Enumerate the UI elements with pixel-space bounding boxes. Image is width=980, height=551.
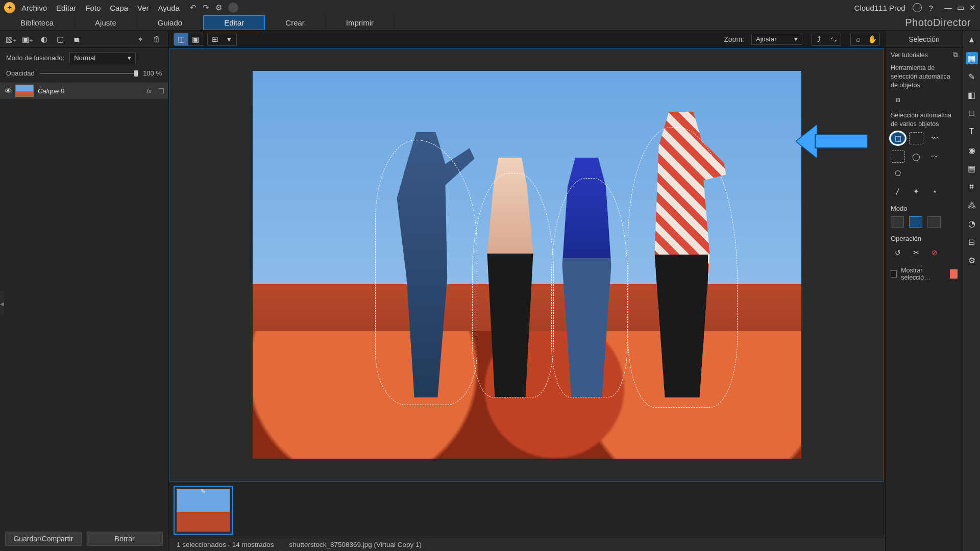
blend-mode-label: Modo de fusionado: (6, 54, 64, 62)
menu-capa[interactable]: Capa (110, 4, 128, 12)
layer-row[interactable]: 👁 Calque 0 fx (0, 82, 168, 99)
show-selection-checkbox[interactable] (891, 270, 897, 278)
window-close-icon[interactable]: ✕ (969, 3, 976, 12)
shape-tool-icon[interactable]: □ (966, 107, 978, 119)
undo-icon[interactable]: ↶ (190, 3, 197, 12)
layer-lock-icon[interactable] (159, 88, 164, 93)
selection-tool-icon[interactable]: ▦ (966, 52, 978, 64)
grid-toggle-icon[interactable]: ⊞ (208, 33, 222, 45)
eraser-tool-icon[interactable]: ◧ (966, 89, 978, 101)
add-layer-icon[interactable]: ▧₊ (4, 33, 18, 45)
mode-tab-guiado[interactable]: Guiado (137, 15, 203, 30)
polygon-select-icon[interactable]: ⬠ (891, 167, 905, 179)
view-single-icon[interactable]: ◫ (174, 33, 188, 45)
pen-tool-icon[interactable]: ✎ (966, 70, 978, 83)
brush-select-icon[interactable]: 〳 (891, 185, 905, 197)
mask-icon[interactable]: ▢ (53, 33, 67, 45)
zoom-tool-icon[interactable]: ⌕ (851, 33, 865, 45)
mode-subtract-icon[interactable] (927, 216, 941, 228)
adjustment-layer-icon[interactable]: ◐ (37, 33, 51, 45)
fill-tool-icon[interactable]: ◉ (966, 144, 978, 156)
mode-tab-ajuste[interactable]: Ajuste (75, 15, 137, 30)
menu-foto[interactable]: Foto (85, 4, 101, 12)
mode-new-icon[interactable] (891, 216, 904, 228)
title-bar: ✦ Archivo Editar Foto Capa Ver Ayuda ↶ ↷… (0, 0, 980, 15)
brand-label: PhotoDirector (905, 15, 980, 30)
edited-badge-icon: ✎ (201, 488, 206, 495)
delete-button[interactable]: Borrar (87, 532, 163, 546)
canvas-area: ◫ ▣ ⊞ ▾ Zoom: Ajustar ▾ ⤴ ⇋ ⌕ ✋ (168, 31, 885, 551)
invert-selection-icon[interactable]: ↺ (891, 246, 905, 259)
layer-fx-label[interactable]: fx (146, 87, 152, 95)
flip-view-icon[interactable]: ⇋ (826, 33, 841, 45)
cut-selection-icon[interactable]: ✂ (909, 246, 923, 259)
main-menu: Archivo Editar Foto Capa Ver Ayuda (21, 4, 180, 12)
text-tool-icon[interactable]: T (966, 126, 978, 138)
layer-menu-icon[interactable]: ≣ (69, 33, 84, 45)
pointer-tool-icon[interactable]: ▲ (966, 34, 978, 46)
hand-tool-icon[interactable]: ✋ (865, 33, 879, 45)
layers-panel: ▧₊ ▣₊ ◐ ▢ ≣ ⌖ 🗑 Modo de fusionado: Norma… (0, 31, 168, 551)
title-quick-tools: ↶ ↷ ⚙ (190, 3, 238, 13)
app-logo: ✦ (4, 2, 15, 13)
menu-editar[interactable]: Editar (56, 4, 76, 12)
mode-add-icon[interactable] (909, 216, 922, 228)
smart-brush-icon[interactable]: ✦ (909, 185, 923, 197)
zoom-select[interactable]: Ajustar ▾ (751, 34, 802, 45)
gradient-tool-icon[interactable]: ▤ (966, 162, 978, 174)
tool-rail: ▲ ▦ ✎ ◧ □ T ◉ ▤ ⌗ ⁂ ◔ ⊟ ⚙ (963, 31, 980, 551)
ellipse-select-icon[interactable]: ◯ (909, 151, 923, 163)
delete-layer-icon[interactable]: 🗑 (150, 33, 164, 45)
account-name[interactable]: Cloud111 Prod (854, 4, 905, 12)
mode-tab-imprimir[interactable]: Imprimir (326, 15, 395, 30)
panel-collapse-grip[interactable]: ◀ (0, 291, 4, 316)
selection-color-swatch[interactable] (950, 269, 958, 279)
notification-icon[interactable] (228, 3, 238, 13)
opacity-slider[interactable] (40, 73, 138, 74)
mode-tab-crear[interactable]: Crear (265, 15, 326, 30)
status-filename: shutterstock_87508369.jpg (Virtual Copy … (289, 541, 422, 548)
help-icon[interactable]: ? (929, 4, 933, 12)
auto-object-tool-icon[interactable]: ⧈ (891, 94, 905, 106)
visibility-toggle-icon[interactable]: 👁 (4, 87, 11, 95)
history-tool-icon[interactable]: ◔ (966, 217, 978, 230)
add-image-layer-icon[interactable]: ▣₊ (20, 33, 35, 45)
layer-name: Calque 0 (38, 87, 64, 95)
canvas-viewport[interactable] (169, 48, 884, 482)
mode-tab-editar[interactable]: Editar (203, 15, 265, 30)
ruler-tool-icon[interactable]: ⊟ (966, 236, 978, 248)
magic-wand-icon[interactable]: ⋆ (927, 185, 942, 197)
gear-icon[interactable]: ⚙ (215, 3, 222, 12)
mode-section-label: Modo (886, 201, 963, 213)
filmstrip-thumbnail[interactable]: ✎ (174, 486, 233, 535)
show-selection-label: Mostrar selecció… (901, 267, 946, 281)
crop-tool-icon[interactable]: ⌗ (966, 181, 978, 193)
grid-options-icon[interactable]: ▾ (222, 33, 236, 45)
blend-mode-select[interactable]: Normal ▾ (69, 52, 136, 63)
filter-layers-icon[interactable]: ⌖ (133, 33, 148, 45)
save-share-button[interactable]: Guardar/Compartir (5, 532, 82, 546)
menu-archivo[interactable]: Archivo (21, 4, 47, 12)
status-bar: 1 seleccionados - 14 mostrados shutterst… (168, 538, 885, 551)
auto-multi-select-icon[interactable]: ◫ (891, 132, 905, 144)
mode-tab-biblioteca[interactable]: Biblioteca (0, 15, 75, 30)
marquee-add-icon[interactable] (909, 132, 923, 144)
window-minimize-icon[interactable]: — (944, 3, 952, 12)
popout-icon[interactable]: ⧉ (953, 51, 958, 59)
effects-tool-icon[interactable]: ⁂ (966, 199, 978, 211)
export-view-icon[interactable]: ⤴ (812, 33, 826, 45)
tutorials-link[interactable]: Ver tutoriales (891, 52, 928, 59)
window-maximize-icon[interactable]: ▭ (957, 3, 964, 12)
selection-panel: Selección Ver tutoriales ⧉ Herramienta d… (885, 31, 963, 551)
redo-icon[interactable]: ↷ (203, 3, 209, 12)
avatar-icon[interactable] (913, 3, 922, 12)
lasso-select-icon[interactable]: 〰 (927, 151, 942, 163)
settings-tool-icon[interactable]: ⚙ (966, 254, 978, 266)
clear-selection-icon[interactable]: ⊘ (927, 246, 942, 259)
canvas-image (253, 71, 801, 459)
rect-select-icon[interactable] (891, 151, 905, 163)
menu-ver[interactable]: Ver (137, 4, 149, 12)
lasso-free-icon[interactable]: 〰 (927, 132, 942, 144)
menu-ayuda[interactable]: Ayuda (158, 4, 180, 12)
view-compare-icon[interactable]: ▣ (188, 33, 203, 45)
